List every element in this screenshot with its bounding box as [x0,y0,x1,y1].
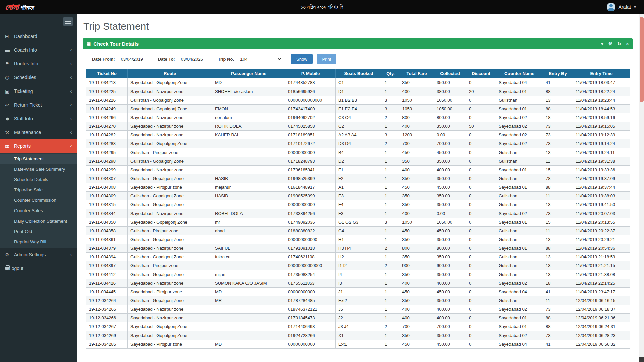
chevron-down-icon: ▾ [634,5,636,9]
table-row: 19-11-034266Sayedabad - Nazirpur zonenor… [86,113,630,122]
table-cell: 400 [399,305,434,314]
table-cell: 1 [382,87,399,96]
table-cell: 800 [399,113,434,122]
table-cell: I3 [336,279,382,288]
ticket-icon: ▣ [5,88,14,94]
table-cell: 700.00 [434,322,466,331]
table-row: 19-11-034358Gulisthan - Pirojpur zoneaha… [86,227,630,235]
table-cell: 350 [399,78,434,87]
table-row: 19-11-034295Gulisthan - Pirojpur zone000… [86,148,630,157]
sidebar-subitem-daily-collection-statement[interactable]: Daily Collection Statement [0,216,77,226]
table-cell: 11/04/2019 19:15:05 [573,122,630,131]
sidebar-item-routes-info[interactable]: ⚑Routes Info‹ [0,57,77,70]
table-row: 19-11-034426Sayedabad - Nazirpur zoneSUM… [86,279,630,288]
menu-icon [65,20,71,20]
table-cell: 19-11-034266 [86,113,128,122]
table-cell: 88 [543,183,573,192]
table-cell: F3 [336,209,382,218]
column-header: Qty. [382,69,399,78]
table-cell: 01924728266 [285,331,336,340]
column-header: Collected [434,69,466,78]
table-cell: 13 [543,96,573,105]
table-cell: 0 [466,139,496,148]
table-cell: 450.00 [434,288,466,296]
table-cell: Sayedabad - Nazirpur zone [128,305,212,314]
refresh-icon[interactable]: ↻ [618,41,621,46]
scrollbar-thumb[interactable] [640,17,644,102]
table-cell: 11/04/2019 18:44:53 [573,105,630,113]
sidebar-item-staff-info[interactable]: ☻Staff Info‹ [0,112,77,125]
column-header: Entry By [543,69,573,78]
table-cell: 1 [382,157,399,166]
table-cell [212,261,285,270]
page-title: Trip Statement [83,21,632,32]
sidebar-subitem-trip-statement[interactable]: Trip Statement [0,154,77,164]
table-cell: Gulisthan [496,235,543,244]
sidebar-item-coach-info[interactable]: ▬Coach Info‹ [0,43,77,57]
sidebar-subitem-counter-commission[interactable]: Counter Commission [0,195,77,205]
close-icon[interactable]: × [626,41,629,46]
table-cell: G4 [336,227,382,235]
wrench-icon[interactable]: ⚒ [608,41,612,46]
table-cell: 1 [382,314,399,322]
sidebar-item-reports[interactable]: ▦Reports‹ [0,139,77,153]
panel-collapse-icon[interactable]: ▾ [601,41,603,46]
table-row: 19-11-034361Gulisthan - Gopalgonj Zone00… [86,235,630,244]
table-cell: 01964092702 [285,113,336,122]
print-button[interactable]: Print [317,54,337,64]
sidebar-subitem-print-old[interactable]: Print-Old [0,226,77,237]
table-cell: 11/04/2019 20:13:55 [573,218,630,227]
column-header: P. Mobile [285,69,336,78]
table-cell: 1 [382,296,399,305]
trip-no-select[interactable]: 104 [237,54,282,64]
table-cell: Gulisthan [496,253,543,261]
table-row: 19-11-034379Sayedabad - Nazirpur zoneSAI… [86,244,630,253]
table-cell: 900 [399,261,434,270]
table-row: 19-12-034269Sayedabad - Gopalgonj Zone01… [86,331,630,340]
show-button[interactable]: Show [291,54,313,64]
table-cell [212,200,285,209]
table-cell: 15 [543,166,573,174]
user-menu[interactable]: Arafat ▾ [607,3,644,11]
table-cell: 19-12-034265 [86,305,128,314]
sidebar-subitem-counter-sales[interactable]: Counter Sales [0,205,77,216]
scrollbar[interactable] [639,14,644,362]
table-cell: 0 [466,253,496,261]
sidebar-item-return-ticket[interactable]: ↩Return Ticket‹ [0,98,77,112]
sidebar-item-ticketing[interactable]: ▣Ticketing‹ [0,84,77,98]
sidebar-subitem-date-wise-sale-summery[interactable]: Date-wise Sale Summery [0,164,77,174]
sidebar-subitem-trip-wise-sale[interactable]: Trip-wise Sale [0,185,77,195]
table-cell: HASIB [212,192,285,200]
table-cell: 1 [382,200,399,209]
sidebar-subitem-schedule-details[interactable]: Schedule Details [0,174,77,185]
table-cell: 1050 [399,96,434,105]
table-cell: 3 [382,131,399,139]
table-cell: Sayedabad - Gopalgonj Zone [128,322,212,331]
column-header: Route [128,69,212,78]
table-cell: MD [212,340,285,349]
table-cell: 19-11-034309 [86,192,128,200]
date-to-input[interactable] [178,54,215,64]
table-cell: 2 [382,322,399,331]
sidebar-subitem-reprint-way-bill[interactable]: Reprint Way Bill [0,237,77,247]
table-cell: 1 [382,279,399,288]
table-cell: Sayedabad 04 [496,340,543,349]
table-row: 19-11-034282Sayedabad - Nazirpur zoneKAH… [86,131,630,139]
sidebar-toggle-button[interactable] [63,17,73,26]
user-avatar-icon [607,3,615,11]
table-cell: 11/04/2019 19:14:24 [573,139,630,148]
clock-icon: ◷ [5,75,14,80]
sidebar-item-dashboard[interactable]: ⊞Dashboard [0,29,77,43]
chevron-left-icon: ‹ [70,74,72,80]
app-logo[interactable]: দোলা পরিবহন [0,2,77,12]
table-cell [212,314,285,322]
chevron-left-icon: ‹ [70,116,72,121]
sidebar-item-schedules[interactable]: ◷Schedules‹ [0,70,77,84]
sidebar-item-maintenance[interactable]: ⚒Maintenance‹ [0,125,77,139]
table-cell: 450 [399,148,434,157]
sidebar-item-logout[interactable]: Logout [0,261,77,275]
table-cell: 19-11-034412 [86,270,128,279]
dashboard-icon: ⊞ [5,34,14,39]
date-from-input[interactable] [118,54,155,64]
sidebar-item-admin-settings[interactable]: ⚙Admin Settings‹ [0,248,77,261]
